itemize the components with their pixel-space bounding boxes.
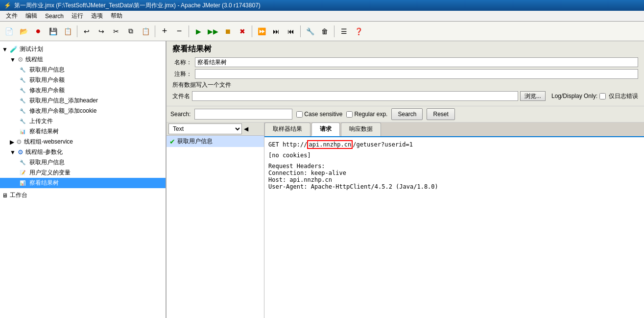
cut-button[interactable]: ✂ bbox=[109, 24, 123, 38]
stop-button[interactable]: ⏹ bbox=[221, 24, 235, 38]
tree-node-workspace[interactable]: 🖥 工作台 bbox=[0, 190, 166, 200]
sep2 bbox=[155, 25, 155, 37]
tree-label-workspace: 工作台 bbox=[10, 191, 27, 199]
copy-button[interactable]: ⧉ bbox=[124, 24, 138, 38]
save-button[interactable]: 💾 bbox=[46, 24, 60, 38]
search-bar: Search: Case sensitive Regular exp. Sear… bbox=[167, 106, 644, 122]
tree-node-thread-group[interactable]: ▼ ⚙ 线程组 bbox=[0, 54, 166, 65]
close-button[interactable]: ● bbox=[31, 24, 45, 38]
tab-response-data[interactable]: 响应数据 bbox=[341, 122, 381, 136]
tree-node-user-vars[interactable]: 📝 用户定义的变量 bbox=[0, 168, 166, 178]
menu-bar: 文件 编辑 Search 运行 选项 帮助 bbox=[0, 11, 644, 22]
sep3 bbox=[189, 25, 189, 37]
menu-help[interactable]: 帮助 bbox=[107, 11, 126, 21]
regular-exp-checkbox[interactable] bbox=[346, 111, 353, 118]
sampler-icon6: 🔧 bbox=[20, 119, 25, 124]
highlight-domain: api.nnzhp.cn bbox=[307, 140, 353, 149]
tree-node-test-plan[interactable]: ▼ 🧪 测试计划 bbox=[0, 44, 166, 54]
sampler-icon4: 🔧 bbox=[20, 98, 25, 103]
title-bar: ⚡ 第一周作业.jmx (F:\TestSoft\JMeter_TestData… bbox=[0, 0, 644, 11]
search-input[interactable] bbox=[194, 109, 292, 120]
tree-toggle-icon[interactable]: ◀ bbox=[244, 125, 248, 132]
tree-node-thread-webservice[interactable]: ▶ ⚙ 线程组-webservice bbox=[0, 137, 166, 147]
panel-title: 察看结果树 bbox=[172, 44, 638, 54]
sep5 bbox=[300, 25, 301, 37]
tree-node-modify-cookie[interactable]: 🔧 修改用户余额_添加cookie bbox=[0, 106, 166, 116]
expand-button[interactable]: + bbox=[158, 24, 171, 38]
detail-panel: 取样器结果 请求 响应数据 GET http://api.nnzhp.cn/ge… bbox=[264, 122, 644, 318]
help-button[interactable]: ❓ bbox=[352, 24, 365, 38]
remote-start-all-button[interactable]: ⏭ bbox=[269, 24, 283, 38]
redo-button[interactable]: ↪ bbox=[95, 24, 108, 38]
tree-node-view-results1[interactable]: 📊 察看结果树 bbox=[0, 126, 166, 137]
kill-button[interactable]: ✖ bbox=[236, 24, 249, 38]
toolbar: 📄 📂 ● 💾 📋 ↩ ↪ ✂ ⧉ 📋 + − ▶ ▶▶ ⏹ ✖ ⏩ ⏭ ⏮ 🔧… bbox=[0, 22, 644, 41]
listener-icon1: 📊 bbox=[20, 129, 25, 134]
filename-input[interactable] bbox=[192, 91, 518, 101]
tree-node-get-user-header[interactable]: 🔧 获取用户信息_添加header bbox=[0, 96, 166, 106]
tree-label-test-plan: 测试计划 bbox=[20, 45, 43, 53]
menu-run[interactable]: 运行 bbox=[68, 11, 87, 21]
request-user-agent: User-Agent: Apache-HttpClient/4.5.2 (Jav… bbox=[268, 183, 640, 190]
all-data-label: 所有数据写入一个文件 bbox=[172, 81, 638, 89]
text-dropdown-row: Text ◀ bbox=[167, 122, 264, 136]
text-select[interactable]: Text bbox=[168, 123, 242, 134]
tree-node-thread-params[interactable]: ▼ ⚙ 线程组-参数化 bbox=[0, 147, 166, 157]
request-headers-title: Request Headers: bbox=[268, 163, 640, 170]
remote-start-button[interactable]: ⏩ bbox=[255, 24, 268, 38]
clear-button[interactable]: 🗑 bbox=[318, 24, 332, 38]
menu-options[interactable]: 选项 bbox=[87, 11, 107, 21]
panel-header: 察看结果树 名称： 注释： 所有数据写入一个文件 文件名 浏览... Log/D… bbox=[167, 41, 644, 106]
list-button[interactable]: ☰ bbox=[337, 24, 351, 38]
collapse-button[interactable]: − bbox=[172, 24, 186, 38]
tab-sampler-result[interactable]: 取样器结果 bbox=[264, 122, 310, 136]
new-button[interactable]: 📄 bbox=[2, 24, 16, 38]
config-icon: 📝 bbox=[20, 170, 25, 175]
tree-node-upload-file[interactable]: 🔧 上传文件 bbox=[0, 116, 166, 126]
menu-edit[interactable]: 编辑 bbox=[22, 11, 41, 21]
remote-stop-all-button[interactable]: ⏮ bbox=[284, 24, 298, 38]
expand-icon4: ▼ bbox=[10, 149, 16, 156]
saveas-button[interactable]: 📋 bbox=[61, 24, 74, 38]
search-button[interactable]: Search bbox=[391, 108, 423, 120]
function-button[interactable]: 🔧 bbox=[303, 24, 317, 38]
tree-node-get-balance[interactable]: 🔧 获取用户余额 bbox=[0, 75, 166, 85]
tab-request[interactable]: 请求 bbox=[311, 122, 340, 136]
tree-node-get-user-info[interactable]: 🔧 获取用户信息 bbox=[0, 65, 166, 75]
name-input[interactable] bbox=[195, 57, 638, 67]
tree-node-view-results2[interactable]: 📊 察看结果树 bbox=[0, 178, 166, 188]
start-nopause-button[interactable]: ▶▶ bbox=[206, 24, 220, 38]
request-host: Host: api.nnzhp.cn bbox=[268, 176, 640, 183]
tree-label-thread-webservice: 线程组-webservice bbox=[24, 138, 73, 146]
sampler-icon5: 🔧 bbox=[20, 108, 25, 114]
title-icon: ⚡ bbox=[4, 2, 11, 9]
tree-node-get-user-info2[interactable]: 🔧 获取用户信息 bbox=[0, 157, 166, 168]
menu-search[interactable]: Search bbox=[41, 12, 68, 21]
reset-button[interactable]: Reset bbox=[427, 108, 454, 120]
comment-label: 注释： bbox=[172, 70, 192, 78]
window-title: 第一周作业.jmx (F:\TestSoft\JMeter_TestData\第… bbox=[14, 1, 261, 10]
sampler-icon7: 🔧 bbox=[20, 160, 25, 165]
tree-label-thread-params: 线程组-参数化 bbox=[25, 148, 63, 156]
errors-checkbox[interactable] bbox=[599, 93, 606, 99]
open-button[interactable]: 📂 bbox=[17, 24, 30, 38]
request-line1: GET http://api.nnzhp.cn/getuser?userid=1 bbox=[268, 141, 640, 148]
tree-panel: ▼ 🧪 测试计划 ▼ ⚙ 线程组 🔧 获取用户信息 🔧 获取用户余额 🔧 修改用… bbox=[0, 41, 167, 318]
result-tree-panel: Text ◀ ✔ 获取用户信息 bbox=[167, 122, 264, 318]
undo-button[interactable]: ↩ bbox=[80, 24, 94, 38]
tree-node-modify-balance[interactable]: 🔧 修改用户余额 bbox=[0, 85, 166, 96]
menu-file[interactable]: 文件 bbox=[2, 11, 22, 21]
thread-webservice-icon: ⚙ bbox=[16, 138, 22, 146]
tree-label-thread-group: 线程组 bbox=[25, 55, 43, 64]
case-sensitive-checkbox[interactable] bbox=[296, 111, 303, 118]
start-button[interactable]: ▶ bbox=[191, 24, 205, 38]
paste-button[interactable]: 📋 bbox=[139, 24, 152, 38]
tree-label-user-vars: 用户定义的变量 bbox=[29, 169, 71, 177]
tree-label-get-user-info: 获取用户信息 bbox=[29, 66, 65, 74]
browse-button[interactable]: 浏览... bbox=[520, 91, 546, 101]
result-item-get-user-info[interactable]: ✔ 获取用户信息 bbox=[167, 136, 264, 147]
comment-input[interactable] bbox=[195, 69, 638, 79]
log-display-label: Log/Display Only: bbox=[551, 93, 597, 99]
sep1 bbox=[77, 25, 77, 37]
test-plan-icon: 🧪 bbox=[10, 46, 18, 53]
